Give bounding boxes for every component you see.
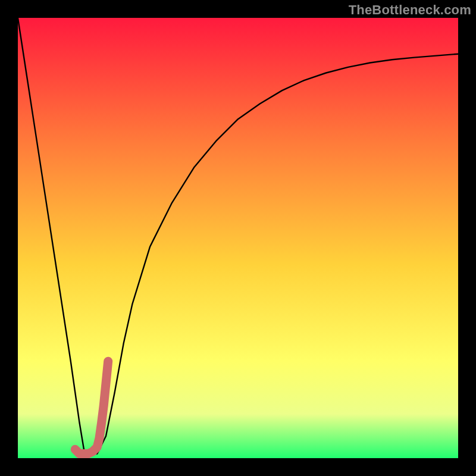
- watermark-text: TheBottleneck.com: [349, 2, 471, 18]
- plot-area: [18, 18, 458, 458]
- gradient-background: [18, 18, 458, 458]
- chart-svg: [18, 18, 458, 458]
- outer-frame: TheBottleneck.com: [0, 0, 476, 476]
